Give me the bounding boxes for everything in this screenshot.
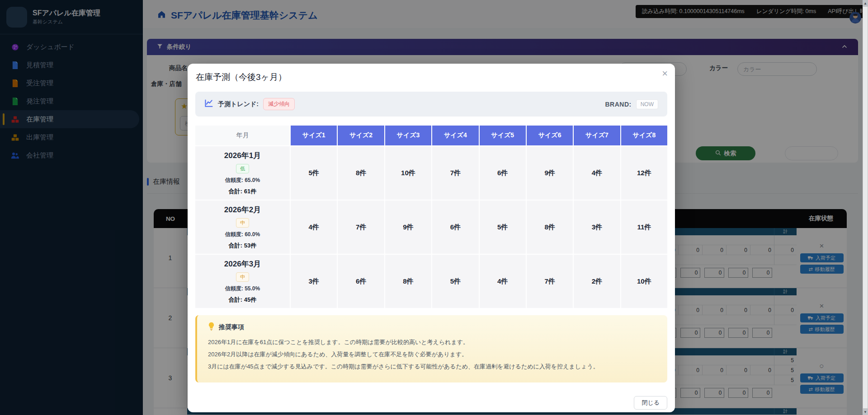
forecast-value: 5件 (480, 201, 526, 254)
forecast-value: 7件 (432, 146, 478, 200)
month-cell: 2026年2月 中 信頼度: 60.0% 合計: 53件 (195, 201, 290, 254)
forecast-value: 3件 (574, 201, 620, 254)
modal-title: 在庫予測（今後3ヶ月） (196, 71, 287, 83)
forecast-month: 2026年1月 (224, 150, 261, 161)
forecast-value: 10件 (385, 146, 431, 200)
forecast-table: 年月 サイズ1 サイズ2 サイズ3 サイズ4 サイズ5 サイズ6 サイズ7 サイ… (195, 126, 667, 308)
forecast-value: 11件 (621, 201, 667, 254)
month-total: 合計: 53件 (229, 242, 256, 250)
forecast-value: 4件 (574, 146, 620, 200)
forecast-value: 5件 (432, 255, 478, 308)
line-chart-icon (204, 99, 213, 110)
recommendation-line: 2026年1月に在庫を61点に保つことを推奨します。この時期は需要が比較的高いと… (208, 336, 656, 348)
forecast-value: 6件 (432, 201, 478, 254)
confidence-value: 信頼度: 65.0% (225, 177, 260, 184)
forecast-value: 6件 (480, 146, 526, 200)
size-column-header: サイズ7 (574, 126, 620, 145)
confidence-level-badge: 中 (236, 272, 249, 282)
forecast-modal: 在庫予測（今後3ヶ月） × 予測トレンド: 減少傾向 BRAND: NOW 年月… (188, 64, 675, 412)
forecast-value: 7件 (527, 255, 573, 308)
recommendation-title: 推奨事項 (219, 323, 244, 331)
confidence-value: 信頼度: 55.0% (225, 285, 260, 293)
forecast-value: 2件 (574, 255, 620, 308)
forecast-value: 4件 (291, 201, 337, 254)
forecast-value: 9件 (385, 201, 431, 254)
trend-label: 予測トレンド: (218, 100, 259, 108)
size-column-header: サイズ2 (338, 126, 384, 145)
size-column-header: サイズ3 (385, 126, 431, 145)
brand-value-badge: NOW (636, 99, 658, 109)
close-icon[interactable]: × (662, 69, 668, 79)
forecast-row: 2026年2月 中 信頼度: 60.0% 合計: 53件 4件 7件 9件 6件… (195, 201, 667, 254)
confidence-level-badge: 中 (236, 218, 249, 228)
scroll-up-icon[interactable]: ▲ (863, 0, 867, 6)
page-scrollbar[interactable]: ▲ ▼ (863, 0, 868, 415)
brand-label: BRAND: (605, 101, 631, 108)
scroll-down-icon[interactable]: ▼ (863, 409, 867, 415)
forecast-month: 2026年3月 (224, 259, 261, 269)
forecast-value: 6件 (338, 255, 384, 308)
forecast-value: 3件 (291, 255, 337, 308)
size-column-header: サイズ5 (480, 126, 526, 145)
confidence-level-badge: 低 (236, 164, 249, 173)
forecast-value: 12件 (621, 146, 667, 200)
size-column-header: サイズ1 (291, 126, 337, 145)
scrollbar-thumb[interactable] (863, 6, 868, 409)
forecast-row: 2026年3月 中 信頼度: 55.0% 合計: 45件 3件 6件 8件 5件… (195, 255, 667, 308)
size-column-header: サイズ8 (621, 126, 667, 145)
size-column-header: サイズ6 (527, 126, 573, 145)
month-total: 合計: 45件 (229, 296, 256, 304)
month-cell: 2026年1月 低 信頼度: 65.0% 合計: 61件 (195, 146, 290, 200)
forecast-month: 2026年2月 (224, 205, 261, 215)
month-cell: 2026年3月 中 信頼度: 55.0% 合計: 45件 (195, 255, 290, 308)
forecast-value: 8件 (527, 201, 573, 254)
month-column-header: 年月 (195, 126, 290, 145)
close-button[interactable]: 閉じる (634, 396, 667, 410)
forecast-value: 9件 (527, 146, 573, 200)
forecast-row: 2026年1月 低 信頼度: 65.0% 合計: 61件 5件 8件 10件 7… (195, 146, 667, 200)
forecast-value: 5件 (291, 146, 337, 200)
forecast-value: 4件 (480, 255, 526, 308)
forecast-table-header: 年月 サイズ1 サイズ2 サイズ3 サイズ4 サイズ5 サイズ6 サイズ7 サイ… (195, 126, 667, 145)
recommendation-line: 3月には在庫が45点まで減少する見込みです。この時期は需要がさらに低下する可能性… (208, 360, 656, 373)
forecast-value: 7件 (338, 201, 384, 254)
screen: SFアパレル在庫管理 基幹システム ダッシュボード 見積管理 (0, 0, 868, 415)
month-total: 合計: 61件 (229, 187, 256, 196)
confidence-value: 信頼度: 60.0% (225, 231, 260, 238)
forecast-value: 8件 (385, 255, 431, 308)
lightbulb-icon (208, 322, 215, 332)
trend-badge: 減少傾向 (263, 98, 295, 110)
forecast-value: 8件 (338, 146, 384, 200)
recommendation-box: 推奨事項 2026年1月に在庫を61点に保つことを推奨します。この時期は需要が比… (195, 315, 667, 382)
forecast-value: 10件 (621, 255, 667, 308)
size-column-header: サイズ4 (432, 126, 478, 145)
trend-summary-bar: 予測トレンド: 減少傾向 BRAND: NOW (195, 92, 667, 117)
recommendation-line: 2026年2月以降は在庫が減少傾向にあるため、入荷量を調整して在庫不足を防ぐ必要… (208, 348, 656, 360)
